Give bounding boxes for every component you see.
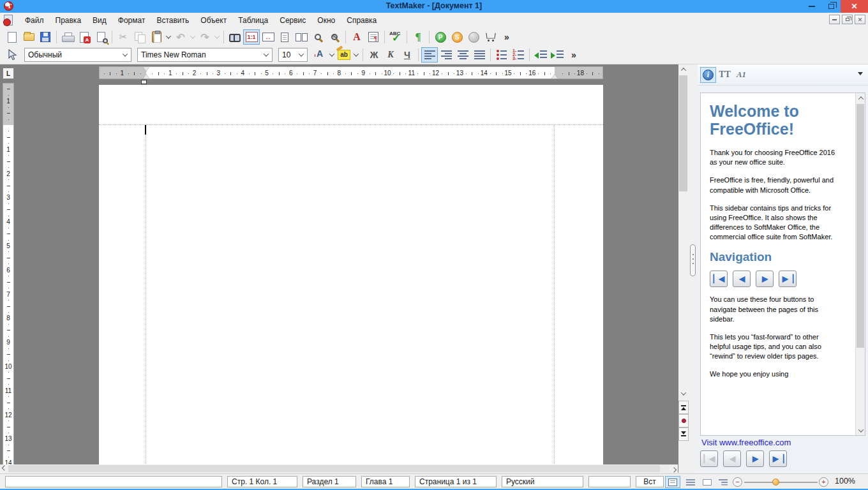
redo-button[interactable]: ↷ [197,29,213,45]
font-color-button[interactable]: A [311,47,328,63]
menu-Объект[interactable]: Объект [195,15,232,26]
minimize-button[interactable] [802,0,821,13]
menu-Файл[interactable]: Файл [19,15,50,26]
softmaker-button[interactable] [465,29,482,45]
sidebar-scroll-up-button[interactable] [856,93,865,103]
menu-Окно[interactable]: Окно [311,15,341,26]
spellcheck-button[interactable]: ABC✓ [387,29,404,45]
copy-button[interactable] [131,29,148,45]
zoom-percent-button[interactable]: % [326,29,343,45]
sidebar-nav-previous-button[interactable]: ◀ [733,271,751,287]
horizontal-scrollbar[interactable] [0,464,678,473]
menu-Таблица[interactable]: Таблица [232,15,274,26]
menu-Вид[interactable]: Вид [87,15,112,26]
single-page-view-button[interactable] [276,29,293,45]
fit-width-button[interactable]: ↔ [260,29,276,45]
open-button[interactable] [20,29,37,45]
right-indent-marker[interactable] [551,74,558,78]
export-pdf-button[interactable]: A [76,29,93,45]
undo-button[interactable]: ↶ [172,29,189,45]
sidebar-tab-character-map[interactable]: TT [717,67,733,83]
status-section-field[interactable]: Раздел 1 [303,476,356,487]
menu-Сервис[interactable]: Сервис [274,15,311,26]
sidebar-tab-info[interactable]: i [700,67,716,83]
zoom-in-button[interactable]: + [819,477,828,487]
save-button[interactable] [37,29,54,45]
sidebar-tab-styles[interactable]: A1 [733,67,749,83]
left-indent-marker[interactable] [143,74,149,78]
formatting-marks-button[interactable]: ¶ [410,29,426,45]
highlight-dropdown[interactable] [352,47,360,63]
font-color-dropdown[interactable] [328,47,336,63]
mdi-restore-button[interactable] [842,15,853,24]
first-line-indent-marker[interactable] [143,67,149,71]
draft-view-button[interactable] [683,476,698,488]
italic-button[interactable]: К [382,47,399,63]
sidebar-footer-next-button[interactable]: ▶ [746,450,764,467]
paste-button[interactable] [148,29,165,45]
format-more-button[interactable]: » [565,47,582,63]
status-position-field[interactable]: Стр. 1 Кол. 1 [227,476,297,487]
print-preview-button[interactable] [93,29,109,45]
tab-type-selector[interactable]: L [3,68,14,79]
scroll-down-button[interactable] [678,389,688,398]
zoom-out-button[interactable]: − [733,477,742,487]
vertical-ruler[interactable]: 11234567891011121314 [3,83,14,473]
numbered-list-button[interactable]: 1- 2- 3- [510,47,527,63]
new-document-button[interactable] [4,29,20,45]
scroll-right-button[interactable] [670,464,678,473]
shop-button[interactable] [482,29,498,45]
zoom-slider-track[interactable] [744,482,818,483]
presentations-button[interactable]: S [449,29,465,45]
menu-Формат[interactable]: Формат [112,15,151,26]
zoom-actual-size-button[interactable]: 1:1 [243,29,260,45]
underline-button[interactable]: Ч [399,47,415,63]
menu-Вставить[interactable]: Вставить [151,15,195,26]
object-mode-button[interactable] [4,47,20,63]
sidebar-scroll-thumb[interactable] [857,104,864,348]
justify-button[interactable] [471,47,488,63]
paste-dropdown[interactable] [165,29,172,45]
bold-button[interactable]: Ж [366,47,382,63]
character-dialog-button[interactable]: A [348,29,365,45]
status-language-field[interactable]: Русский [502,476,583,487]
align-right-button[interactable] [438,47,454,63]
menu-Справка[interactable]: Справка [341,15,382,26]
font-name-select[interactable]: Times New Roman [137,48,273,62]
page-view-button[interactable] [665,476,680,488]
mdi-minimize-button[interactable] [829,15,840,24]
paragraph-style-select[interactable]: Обычный [24,48,131,62]
sidebar-footer-first-button[interactable]: ▏◀ [700,450,718,467]
insert-mode-field[interactable]: Вст [636,476,664,487]
close-button[interactable]: ✕ [841,0,868,13]
undo-dropdown[interactable] [189,29,197,45]
document-page[interactable] [99,85,603,473]
find-button[interactable] [227,29,243,45]
font-size-select[interactable]: 10 [278,48,308,62]
mdi-close-button[interactable]: ✕ [855,15,865,24]
sidebar-scrollbar[interactable] [855,93,865,435]
bullet-list-button[interactable] [493,47,510,63]
cut-button[interactable]: ✂ [115,29,131,45]
restore-button[interactable] [821,0,841,13]
planmaker-button[interactable]: P [432,29,449,45]
scroll-left-button[interactable] [0,464,8,473]
sidebar-nav-last-button[interactable]: ▶▕ [779,271,797,287]
highlight-button[interactable]: ab [336,47,352,63]
scroll-up-button[interactable] [678,64,688,74]
status-chapter-field[interactable]: Глава 1 [361,476,410,487]
redo-dropdown[interactable] [213,29,221,45]
indent-box-marker[interactable] [141,80,147,84]
horizontal-ruler[interactable]: 11234567891011121314151618 [99,66,603,79]
status-page-field[interactable]: Страница 1 из 1 [415,476,497,487]
outline-view-button[interactable] [715,476,731,488]
two-page-view-button[interactable] [293,29,310,45]
toolbar-more-button[interactable]: » [498,29,515,45]
next-page-button[interactable] [678,427,689,441]
decrease-indent-button[interactable] [532,47,549,63]
previous-page-button[interactable] [678,401,689,414]
sidebar-footer-previous-button[interactable]: ◀ [723,450,741,467]
sidebar-nav-first-button[interactable]: ▏◀ [710,271,728,287]
zoom-button[interactable] [310,29,326,45]
sidebar-splitter-handle[interactable] [690,244,696,276]
